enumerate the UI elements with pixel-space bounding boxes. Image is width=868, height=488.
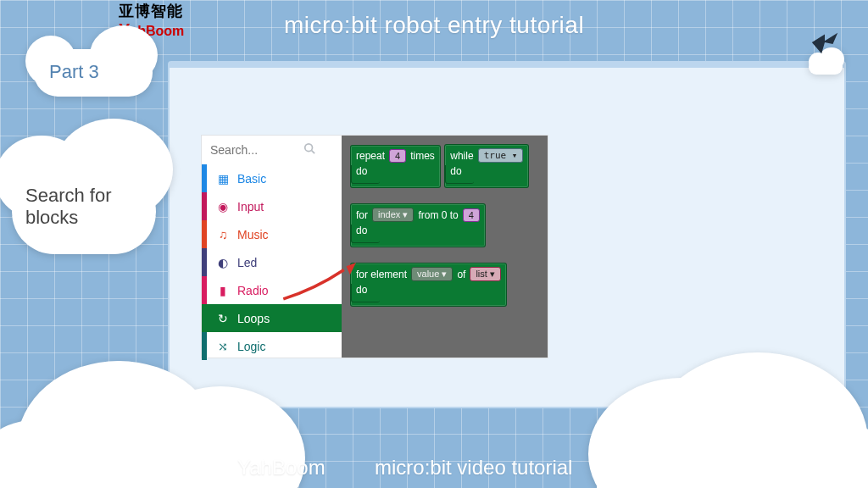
category-color-bar (202, 332, 207, 360)
category-label: Basic (237, 172, 266, 186)
decorative-cloud (809, 59, 843, 75)
input-icon: ◉ (215, 200, 231, 214)
for-var[interactable]: index ▾ (372, 208, 414, 222)
makecode-editor: ▦Basic◉Input♫Music◐Led▮Radio↻Loops⤭Logic… (202, 136, 548, 358)
category-logic[interactable]: ⤭Logic (202, 332, 342, 360)
footer-cloud-right (597, 420, 868, 488)
category-music[interactable]: ♫Music (202, 220, 342, 248)
svg-point-0 (305, 144, 313, 152)
svg-line-1 (312, 151, 315, 154)
logic-icon: ⤭ (215, 340, 231, 353)
block-repeat[interactable]: repeat 4 times do (350, 145, 441, 188)
category-label: Loops (237, 312, 270, 325)
search-input[interactable] (210, 143, 303, 157)
part-label: Part 3 (49, 61, 99, 82)
foreach-var[interactable]: value ▾ (411, 267, 453, 281)
radio-icon: ▮ (215, 284, 231, 297)
category-label: Radio (237, 284, 269, 297)
category-basic[interactable]: ▦Basic (202, 164, 342, 192)
search-icon[interactable] (303, 142, 315, 158)
category-color-bar (202, 192, 207, 220)
basic-icon: ▦ (215, 172, 231, 186)
block-flyout: repeat 4 times do while true ▾ do for in… (342, 136, 548, 358)
foreach-list[interactable]: list ▾ (470, 267, 501, 281)
category-input[interactable]: ◉Input (202, 192, 342, 220)
while-condition[interactable]: true ▾ (478, 148, 524, 163)
category-label: Input (237, 200, 264, 214)
search-row (202, 136, 342, 164)
block-for[interactable]: for index ▾ from 0 to 4 do (350, 203, 486, 247)
category-color-bar (202, 164, 207, 192)
category-color-bar (202, 276, 207, 304)
block-foreach[interactable]: for element value ▾ of list ▾ do (350, 263, 507, 307)
music-icon: ♫ (215, 228, 231, 241)
category-led[interactable]: ◐Led (202, 248, 342, 276)
toolbox: ▦Basic◉Input♫Music◐Led▮Radio↻Loops⤭Logic (202, 136, 342, 358)
description-text: Search for blocks (25, 185, 112, 228)
category-color-bar (202, 220, 207, 248)
brand-cn: 亚博智能 (119, 3, 184, 20)
part-cloud: Part 3 (34, 49, 153, 97)
bird-icon (809, 30, 841, 59)
category-label: Music (237, 228, 269, 241)
category-radio[interactable]: ▮Radio (202, 276, 342, 304)
category-color-bar (202, 248, 207, 276)
repeat-count[interactable]: 4 (389, 149, 406, 163)
description-cloud: Search for blocks (12, 169, 156, 254)
led-icon: ◐ (215, 256, 231, 269)
block-while[interactable]: while true ▾ do (444, 144, 529, 188)
category-label: Logic (237, 340, 265, 353)
page-title: micro:bit robot entry tutorial (284, 12, 584, 39)
footer-subtitle: micro:bit video tutorial (375, 456, 572, 480)
category-loops[interactable]: ↻Loops (202, 304, 342, 332)
loops-icon: ↻ (215, 312, 231, 325)
footer-brand: YahBoom (237, 456, 326, 480)
category-label: Led (237, 256, 257, 269)
for-to[interactable]: 4 (463, 208, 480, 222)
